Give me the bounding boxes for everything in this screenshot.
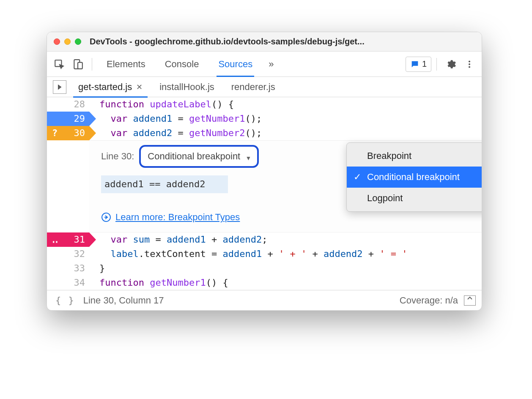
file-tab-label: renderer.js [231, 82, 275, 93]
breakpoint-editor: Line 30: Conditional breakpoint addend1 … [89, 140, 482, 232]
breakpoint-line-label: Line 30: [101, 149, 134, 164]
breakpoint-type-select[interactable]: Conditional breakpoint [139, 145, 259, 168]
status-bar: { } Line 30, Column 17 Coverage: n/a [47, 290, 482, 310]
window-controls [54, 38, 81, 45]
svg-point-5 [469, 66, 470, 68]
cursor-position: Line 30, Column 17 [83, 295, 164, 306]
tab-elements[interactable]: Elements [97, 52, 155, 77]
code-content[interactable]: var addend2 = getNumber2(); [89, 126, 262, 140]
line-number: 29 [74, 112, 85, 126]
code-line[interactable]: 29 var addend1 = getNumber1(); [47, 112, 482, 126]
toolbar-divider [436, 58, 437, 71]
code-line[interactable]: 34function getNumber1() { [47, 276, 482, 290]
code-line[interactable]: ‥31 var sum = addend1 + addend2; [47, 232, 482, 247]
line-gutter[interactable]: 29 [47, 112, 89, 126]
dropdown-option[interactable]: Conditional breakpoint [347, 167, 482, 188]
issues-badge[interactable]: 1 [406, 57, 431, 72]
maximize-window-button[interactable] [75, 38, 81, 45]
line-gutter[interactable]: ?30 [47, 126, 89, 140]
file-tab-get-started[interactable]: get-started.js ✕ [70, 77, 151, 97]
line-number: 28 [74, 97, 85, 112]
arrow-right-circle-icon [101, 212, 111, 222]
tab-console[interactable]: Console [156, 52, 208, 77]
code-editor[interactable]: 28function updateLabel() {29 var addend1… [47, 97, 482, 290]
inspect-element-icon[interactable] [50, 55, 68, 73]
dropdown-option[interactable]: Logpoint [347, 188, 482, 209]
code-line[interactable]: 32 label.textContent = addend1 + ' + ' +… [47, 247, 482, 261]
line-gutter[interactable]: ‥31 [47, 232, 89, 247]
line-gutter[interactable]: 33 [47, 261, 89, 276]
devtools-window: DevTools - googlechrome.github.io/devtoo… [47, 32, 482, 311]
svg-point-3 [469, 60, 470, 62]
file-tab-renderer[interactable]: renderer.js [223, 77, 284, 97]
line-number: 34 [74, 276, 85, 290]
line-number: 31 [74, 232, 85, 247]
code-content[interactable]: function getNumber1() { [89, 276, 228, 290]
code-content[interactable]: label.textContent = addend1 + ' + ' + ad… [89, 247, 408, 261]
pretty-print-icon[interactable]: { } [53, 295, 77, 306]
toolbar-divider [92, 58, 92, 71]
window-title: DevTools - googlechrome.github.io/devtoo… [90, 37, 475, 46]
coverage-status: Coverage: n/a [400, 295, 458, 306]
breakpoint-type-dropdown: BreakpointConditional breakpointLogpoint [346, 142, 482, 212]
breakpoint-condition-input[interactable]: addend1 == addend2 [101, 175, 228, 193]
file-tab-installhook[interactable]: installHook.js [151, 77, 223, 97]
issues-count: 1 [422, 59, 427, 69]
kebab-menu-icon[interactable] [461, 55, 478, 73]
line-gutter[interactable]: 28 [47, 97, 89, 112]
file-tab-label: installHook.js [159, 82, 214, 93]
svg-rect-2 [78, 62, 82, 68]
minimize-window-button[interactable] [64, 38, 71, 45]
tab-sources[interactable]: Sources [209, 52, 262, 77]
code-line[interactable]: ?30 var addend2 = getNumber2(); [47, 126, 482, 140]
line-number: 32 [74, 247, 85, 261]
settings-gear-icon[interactable] [442, 55, 460, 73]
close-window-button[interactable] [54, 38, 60, 45]
learn-more-link[interactable]: Learn more: Breakpoint Types [115, 210, 240, 224]
code-content[interactable]: var addend1 = getNumber1(); [89, 112, 262, 126]
code-line[interactable]: 33} [47, 261, 482, 276]
dropdown-option[interactable]: Breakpoint [347, 145, 482, 167]
main-toolbar: Elements Console Sources » 1 [47, 52, 482, 77]
drawer-toggle-icon[interactable] [464, 295, 476, 306]
svg-point-4 [469, 63, 470, 65]
code-content[interactable]: } [89, 261, 105, 276]
navigator-toggle-icon[interactable] [53, 80, 66, 94]
file-tab-label: get-started.js [78, 82, 132, 93]
titlebar: DevTools - googlechrome.github.io/devtoo… [47, 32, 482, 52]
code-content[interactable]: function updateLabel() { [89, 97, 234, 112]
tabs-overflow-button[interactable]: » [263, 52, 280, 77]
line-number: 30 [74, 126, 85, 140]
line-number: 33 [74, 261, 85, 276]
line-gutter[interactable]: 34 [47, 276, 89, 290]
device-toggle-icon[interactable] [69, 55, 87, 73]
line-gutter[interactable]: 32 [47, 247, 89, 261]
close-tab-icon[interactable]: ✕ [136, 82, 143, 92]
breakpoint-symbol: ? [52, 126, 58, 140]
breakpoint-symbol: ‥ [52, 232, 59, 247]
file-tab-row: get-started.js ✕ installHook.js renderer… [47, 77, 482, 97]
code-content[interactable]: var sum = addend1 + addend2; [89, 232, 267, 247]
code-line[interactable]: 28function updateLabel() { [47, 97, 482, 112]
